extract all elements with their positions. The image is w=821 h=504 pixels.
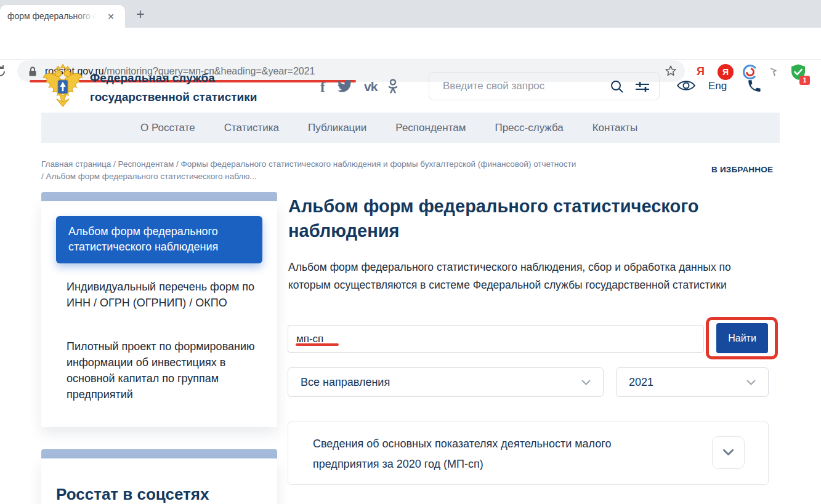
main-nav: О Росстате Статистика Публикации Респонд… xyxy=(41,113,780,143)
sidebar-forms-card: Альбом форм федерального статистического… xyxy=(41,192,277,427)
yandex-circle-extension-icon[interactable]: Я xyxy=(718,64,734,80)
twitter-icon[interactable] xyxy=(336,80,353,94)
result-title[interactable]: Сведения об основных показателях деятель… xyxy=(313,434,670,474)
direction-select[interactable]: Все направления xyxy=(288,367,604,397)
rosstat-logo[interactable] xyxy=(41,63,85,108)
nav-item-contacts[interactable]: Контакты xyxy=(592,122,637,134)
search-icon[interactable] xyxy=(610,79,625,94)
breadcrumb-line1: Главная страница / Респондентам / Формы … xyxy=(41,158,645,170)
chevron-down-icon xyxy=(746,380,756,385)
sidebar-item-album-active[interactable]: Альбом форм федерального статистического… xyxy=(56,216,262,263)
breadcrumb[interactable]: Главная страница / Респондентам / Формы … xyxy=(41,158,645,183)
filter-sliders-icon[interactable] xyxy=(634,79,650,94)
sidebar-social-card: Росстат в соцсетях xyxy=(41,449,277,504)
org-name[interactable]: Федеральная служба государственной стати… xyxy=(90,68,257,106)
facebook-icon[interactable]: f xyxy=(320,79,325,95)
add-to-favorites-button[interactable]: В ИЗБРАННОЕ xyxy=(711,165,773,174)
site-search-box xyxy=(429,72,660,100)
result-expand-button[interactable] xyxy=(712,436,745,469)
shield-badge: 1 xyxy=(799,76,810,85)
card-top-strip xyxy=(41,449,277,458)
nav-item-statistics[interactable]: Статистика xyxy=(224,122,279,134)
odnoklassniki-icon[interactable] xyxy=(388,79,398,95)
social-links: f vk xyxy=(320,76,419,97)
reload-icon[interactable] xyxy=(0,64,7,79)
browser-window: форм федерального ст ✕ + rosstat.gov.ru/… xyxy=(0,0,821,504)
nav-item-publications[interactable]: Публикации xyxy=(308,122,366,134)
sidebar-item-individual-list[interactable]: Индивидуальный перечень форм по ИНН / ОГ… xyxy=(56,279,262,311)
chevron-down-icon xyxy=(723,449,734,456)
yandex-extension-icon[interactable]: Я xyxy=(697,65,705,78)
browser-tab[interactable]: форм федерального ст ✕ xyxy=(0,5,125,28)
bookmark-star-icon[interactable] xyxy=(664,64,677,78)
org-name-line2: государственной статистики xyxy=(90,87,257,106)
lock-icon xyxy=(28,66,38,77)
browser-tab-bar: форм федерального ст ✕ + xyxy=(0,0,821,28)
phone-icon[interactable] xyxy=(746,78,762,94)
language-toggle[interactable]: Eng xyxy=(708,80,727,92)
filter-row: Все направления 2021 xyxy=(288,367,769,397)
sidebar-item-pilot-project[interactable]: Пилотный проект по формированию информац… xyxy=(56,338,262,402)
browser-menu-icon[interactable]: ⋮ xyxy=(817,63,821,78)
page-description: Альбом форм федерального статистического… xyxy=(288,258,770,294)
result-card: Сведения об основных показателях деятель… xyxy=(288,422,769,485)
nav-item-about[interactable]: О Росстате xyxy=(140,122,195,134)
cursor-extension-icon[interactable] xyxy=(769,66,780,78)
accessibility-eye-icon[interactable] xyxy=(676,79,696,92)
site-search-input[interactable] xyxy=(443,80,591,92)
chevron-down-icon xyxy=(581,380,591,385)
annotation-query-underline xyxy=(296,343,339,346)
new-tab-button[interactable]: + xyxy=(133,7,148,22)
year-select[interactable]: 2021 xyxy=(616,367,769,397)
card-top-strip xyxy=(41,192,277,201)
year-select-value: 2021 xyxy=(629,376,653,389)
page-title: Альбом форм федерального статистического… xyxy=(288,194,726,243)
find-button[interactable]: Найти xyxy=(716,323,768,353)
tab-title-fade xyxy=(74,11,102,22)
org-name-line1: Федеральная служба xyxy=(90,68,257,87)
nav-item-respondents[interactable]: Респондентам xyxy=(395,122,466,134)
social-card-heading: Росстат в соцсетях xyxy=(56,485,262,504)
nav-item-press[interactable]: Пресс-служба xyxy=(495,122,563,134)
direction-select-value: Все направления xyxy=(301,376,390,389)
tab-close-icon[interactable]: ✕ xyxy=(105,10,117,23)
vk-icon[interactable]: vk xyxy=(364,79,377,94)
album-search-form: Найти xyxy=(288,317,780,363)
browser-toolbar: rosstat.gov.ru/monitoring?query=мп-сп&he… xyxy=(0,28,821,60)
album-query-input[interactable] xyxy=(288,325,704,353)
breadcrumb-line2: / Альбом форм федерального статистическо… xyxy=(41,170,645,183)
